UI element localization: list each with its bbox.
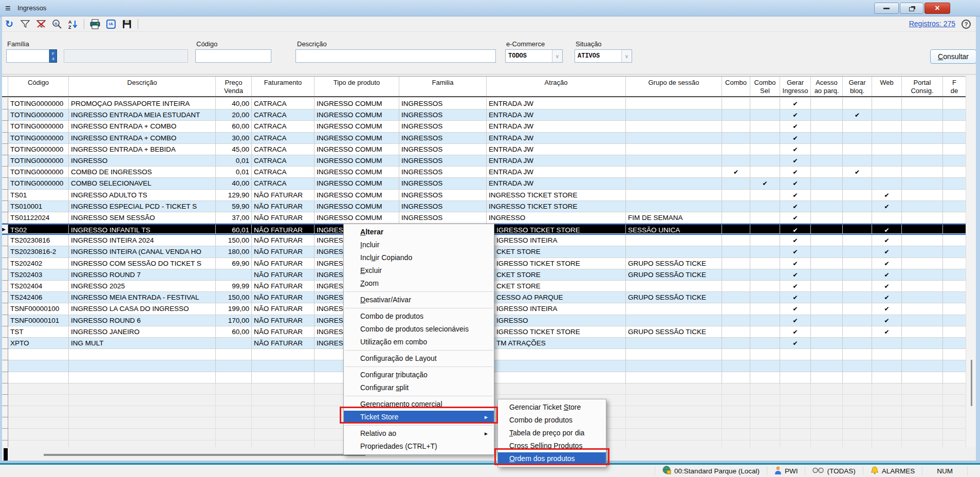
- row-marker: [2, 372, 8, 383]
- column-header-gerar_ingresso[interactable]: Gerar Ingresso: [780, 77, 811, 96]
- table-row[interactable]: TOTING0000000COMBO SELECIONAVEL40,00CATR…: [2, 178, 966, 189]
- filter-icon[interactable]: [19, 19, 31, 30]
- grid-header-marker: [2, 77, 8, 96]
- table-row[interactable]: TOTING0000000INGRESSO ENTRADA + BEBIDA45…: [2, 144, 966, 155]
- save-icon[interactable]: [121, 19, 133, 30]
- cell-tipo: INGRESSO COMUM: [315, 144, 399, 155]
- ia-icon[interactable]: IA: [105, 19, 117, 30]
- status-segment-alarmes[interactable]: ALARMES: [863, 466, 922, 475]
- row-marker: [2, 98, 8, 109]
- close-button[interactable]: ×: [924, 3, 950, 14]
- cell-preco: 150,00: [216, 235, 252, 246]
- submenu-item-gerenciar-ticket-store[interactable]: Gerenciar Ticket Store: [498, 401, 606, 414]
- submenu-item-ordem-dos-produtos[interactable]: Ordem dos produtos: [498, 452, 606, 465]
- menu-item-configura-o-de-layout[interactable]: Configuração de Layout: [344, 352, 494, 365]
- table-row[interactable]: TOTING0000000INGRESSO ENTRADA + COMBO30,…: [2, 133, 966, 144]
- column-header-combo_sel[interactable]: Combo Sel: [750, 77, 780, 96]
- menu-hamburger-icon[interactable]: ≡: [5, 3, 11, 14]
- table-row[interactable]: TOTING0000000INGRESSO ENTRADA MEIA ESTUD…: [2, 109, 966, 121]
- column-header-tipo[interactable]: Tipo de produto: [315, 77, 399, 96]
- menu-item-utiliza-o-em-combo[interactable]: Utilização em combo: [344, 336, 494, 348]
- checkmark-icon: ✔: [792, 328, 798, 336]
- familia-input[interactable]: [6, 49, 49, 63]
- chevron-down-icon[interactable]: ∨: [552, 50, 562, 62]
- column-header-codigo[interactable]: Código: [8, 77, 69, 96]
- vertical-scrollbar[interactable]: [966, 76, 976, 447]
- column-header-faturamento[interactable]: Faturamento: [252, 77, 315, 96]
- cell-gerar_ingresso: ✔: [780, 133, 811, 144]
- column-header-gerar_bloq[interactable]: Gerar bloq.: [843, 77, 872, 96]
- status-label: NUM: [937, 467, 953, 475]
- column-header-familia[interactable]: Familia: [399, 77, 487, 96]
- situacao-select[interactable]: ATIVOS ∨: [575, 49, 632, 63]
- submenu-item-combo-de-produtos[interactable]: Combo de produtos: [498, 414, 606, 427]
- cell-atracao: IGRESSO TICKET STORE: [487, 258, 626, 269]
- cell-combo_sel: [750, 144, 780, 155]
- cell-empty: [722, 360, 750, 372]
- column-header-preco[interactable]: Preço Venda: [216, 77, 252, 96]
- sort-az-icon[interactable]: AZ: [67, 19, 79, 30]
- column-header-atracao[interactable]: Atração: [487, 77, 626, 96]
- table-row[interactable]: TOTING0000000COMBO DE INGRESSOS0,01CATRA…: [2, 167, 966, 178]
- ecommerce-select[interactable]: TODOS ∨: [505, 49, 563, 63]
- cell-familia: INGRESSOS: [399, 121, 487, 132]
- table-row[interactable]: TOTING0000000PROMOÇAO PASSAPORTE INTEIRA…: [2, 98, 966, 109]
- cell-empty: [626, 349, 722, 360]
- submenu-item-cross-selling-produtos[interactable]: Cross Selling Produtos: [498, 439, 606, 452]
- status-segment-pwi[interactable]: PWI: [767, 466, 805, 475]
- menu-item-zoom[interactable]: Zoom: [344, 277, 494, 290]
- cell-empty: [69, 417, 216, 429]
- column-header-portal_consig[interactable]: Portal Consig.: [902, 77, 943, 96]
- help-icon[interactable]: ?: [961, 20, 971, 29]
- column-header-acesso_parq[interactable]: Acesso ao parq.: [811, 77, 843, 96]
- vertical-scroll-thumb[interactable]: [971, 360, 972, 406]
- familia-f4-button[interactable]: F4: [49, 49, 57, 63]
- cell-empty: [750, 349, 780, 360]
- submenu-item-tabela-de-pre-o-por-dia[interactable]: Tabela de preço por dia: [498, 427, 606, 439]
- menu-item-propriedades-ctrl-t[interactable]: Propriedades (CTRL+T): [344, 440, 494, 453]
- cell-web: [872, 155, 902, 167]
- menu-item-incluir[interactable]: Incluir: [344, 238, 494, 251]
- consultar-button[interactable]: Consultar: [930, 49, 976, 64]
- cell-empty: [69, 372, 216, 383]
- search-count-icon[interactable]: n: [51, 19, 63, 30]
- maximize-button[interactable]: [900, 3, 923, 14]
- table-row[interactable]: TS01122024INGRESSO SEM SESSÃO37,00NÃO FA…: [2, 212, 966, 224]
- menu-item-alterar[interactable]: Alterar: [344, 226, 494, 238]
- status-segment-todas[interactable]: (TODAS): [805, 466, 862, 475]
- column-header-grupo[interactable]: Grupo de sessão: [626, 77, 722, 96]
- cell-faturamento: CATRACA: [252, 167, 315, 178]
- column-header-combo[interactable]: Combo: [722, 77, 750, 96]
- submenu-arrow-icon: ►: [484, 411, 489, 424]
- table-row[interactable]: TOTING0000000INGRESSO ENTRADA + COMBO60,…: [2, 121, 966, 132]
- menu-item-ticket-store[interactable]: Ticket Store►: [344, 411, 494, 424]
- column-header-descricao[interactable]: Descrição: [69, 77, 216, 96]
- menu-item-configurar-tributa-o[interactable]: Configurar tributação: [344, 369, 494, 381]
- status-segment-00-standard-parque-local[interactable]: 00:Standard Parque (Local): [655, 466, 767, 475]
- menu-item-excluir[interactable]: Excluir: [344, 264, 494, 277]
- menu-item-gerenciamento-comercial[interactable]: Gerenciamento comercial: [344, 398, 494, 411]
- minimize-button[interactable]: [874, 3, 899, 14]
- cell-web: ✔: [872, 246, 902, 258]
- descricao-input[interactable]: [295, 49, 496, 63]
- menu-item-combo-de-produtos[interactable]: Combo de produtos: [344, 310, 494, 323]
- filter-remove-icon[interactable]: [35, 19, 47, 30]
- cell-combo: [722, 235, 750, 246]
- table-row[interactable]: TS010001INGRESSO ESPECIAL PCD - TICKET S…: [2, 201, 966, 212]
- column-header-web[interactable]: Web: [872, 77, 902, 96]
- column-header-f_de[interactable]: F de: [943, 77, 966, 96]
- codigo-input[interactable]: [195, 49, 271, 63]
- table-row[interactable]: TS01INGRESSO ADULTO TS129,90NÃO FATURARI…: [2, 190, 966, 201]
- menu-item-configurar-split[interactable]: Configurar split: [344, 381, 494, 394]
- chevron-down-icon[interactable]: ∨: [621, 50, 632, 62]
- table-row[interactable]: TOTING0000000INGRESSO0,01CATRACAINGRESSO…: [2, 155, 966, 167]
- horizontal-scroll-thumb[interactable]: [44, 454, 365, 456]
- registros-link[interactable]: Registros: 275: [909, 20, 955, 28]
- print-icon[interactable]: [89, 19, 101, 30]
- menu-item-relativo-ao[interactable]: Relativo ao►: [344, 427, 494, 440]
- menu-item-combo-de-produtos-selecion-veis[interactable]: Combo de produtos selecionáveis: [344, 323, 494, 336]
- cell-tipo: INGRESSO COMUM: [315, 167, 399, 178]
- menu-item-desativar-ativar[interactable]: Desativar/Ativar: [344, 293, 494, 306]
- refresh-icon[interactable]: ↻: [3, 19, 15, 30]
- menu-item-incluir-copiando[interactable]: Incluir Copiando: [344, 251, 494, 264]
